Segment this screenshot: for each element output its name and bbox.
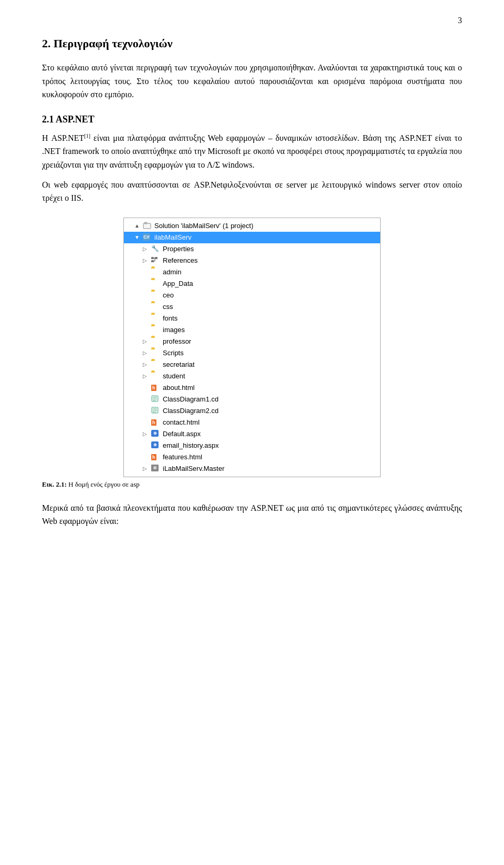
svg-rect-4 [151,260,154,262]
emailhistory-aspx-icon: ⊕ [151,441,161,450]
tree-row-contact[interactable]: h contact.html [124,417,380,428]
references-icon [151,256,161,265]
tree-row-properties[interactable]: ▷ 🔧 Properties [124,243,380,255]
fonts-label: fonts [163,314,177,322]
solution-arrow: ▲ [134,223,143,229]
vs-tree-wrapper: ▲ Solution 'ilabMailServ' (1 project) ▼ [123,218,381,477]
project-arrow: ▼ [134,234,143,240]
emailhistory-label: email_history.aspx [163,441,219,449]
tree-row-classdiagram1[interactable]: ClassDiagram1.cd [124,394,380,405]
tree-row-appdata[interactable]: App_Data [124,278,380,290]
properties-arrow: ▷ [143,246,151,252]
figure-caption-text: Η δομή ενός έργου σε asp [67,480,140,488]
about-label: about.html [163,384,195,392]
fonts-folder-icon [151,314,161,323]
ceo-folder-icon [151,291,161,300]
css-label: css [163,303,173,311]
page-number: 3 [458,16,462,25]
properties-label: Properties [163,245,194,253]
vs-tree: ▲ Solution 'ilabMailServ' (1 project) ▼ [123,218,381,477]
student-arrow: ▷ [143,373,151,379]
tree-row-solution: ▲ Solution 'ilabMailServ' (1 project) [124,220,380,232]
classdiagram1-label: ClassDiagram1.cd [163,395,218,403]
admin-label: admin [163,268,181,276]
professor-label: professor [163,337,191,345]
default-label: Default.aspx [163,430,201,438]
default-aspx-icon: ⊕ [151,430,161,438]
tree-row-admin[interactable]: admin [124,266,380,278]
project-icon: C# [143,233,152,242]
appdata-folder-icon [151,280,161,288]
css-folder-icon [151,303,161,311]
student-folder-icon [151,372,161,380]
secretariat-label: secretariat [163,361,195,368]
tree-row-student[interactable]: ▷ student [124,370,380,382]
closing-paragraph: Μερικά από τα βασικά πλεονεκτήματα που κ… [42,501,462,528]
tree-row-references[interactable]: ▷ References [124,255,380,266]
appdata-label: App_Data [163,280,193,287]
tree-row-images[interactable]: images [124,324,380,336]
scripts-label: Scripts [163,349,184,357]
solution-icon [143,222,152,230]
secretariat-arrow: ▷ [143,362,151,367]
scripts-folder-icon [151,349,161,357]
student-label: student [163,372,185,380]
ceo-label: ceo [163,291,174,299]
images-label: images [163,326,185,334]
tree-row-scripts[interactable]: ▷ Scripts [124,347,380,359]
subsection-title: 2.1 ASP.NET [42,114,462,125]
figure-caption: Εικ. 2.1: Η δομή ενός έργου σε asp [42,480,140,489]
svg-rect-0 [143,223,151,229]
tree-row-features[interactable]: h features.html [124,451,380,463]
svg-rect-3 [155,257,158,259]
tree-row-default[interactable]: ▷ ⊕ Default.aspx [124,428,380,440]
scripts-arrow: ▷ [143,350,151,356]
professor-arrow: ▷ [143,338,151,344]
svg-rect-1 [144,222,147,224]
tree-row-fonts[interactable]: fonts [124,313,380,324]
aspnet-paragraph-2: Οι web εφαρμογές που αναπτύσσονται σε AS… [42,178,462,205]
figure-caption-bold: Εικ. 2.1: [42,480,67,488]
solution-label: Solution 'ilabMailServ' (1 project) [154,222,254,230]
tree-row-classdiagram2[interactable]: ClassDiagram2.cd [124,405,380,417]
svg-rect-2 [151,257,154,259]
section-title: 2. Περιγραφή τεχνολογιών [42,37,462,50]
master-icon: ▦ [151,465,161,473]
features-label: features.html [163,453,202,461]
cd2-icon [151,407,161,415]
features-html-icon: h [151,453,161,461]
contact-label: contact.html [163,418,200,426]
admin-folder-icon [151,268,161,276]
master-label: iLabMailServ.Master [163,465,225,472]
figure-container: ▲ Solution 'ilabMailServ' (1 project) ▼ [42,218,462,489]
secretariat-folder-icon [151,361,161,369]
properties-icon: 🔧 [151,245,161,253]
master-arrow: ▷ [143,466,151,471]
about-html-icon: h [151,384,161,392]
tree-row-ceo[interactable]: ceo [124,290,380,301]
images-folder-icon [151,326,161,334]
tree-row-project[interactable]: ▼ C# ilabMailServ [124,232,380,243]
default-arrow: ▷ [143,431,151,437]
cd1-icon [151,395,161,404]
tree-row-master[interactable]: ▷ ▦ iLabMailServ.Master [124,463,380,475]
tree-row-css[interactable]: css [124,301,380,313]
intro-paragraph: Στο κεφάλαιο αυτό γίνεται περιγραφή των … [42,61,462,101]
contact-html-icon: h [151,418,161,427]
aspnet-paragraph-1: Η ASP.NET[1] είναι μια πλατφόρμα ανάπτυξ… [42,131,462,172]
tree-row-secretariat[interactable]: ▷ secretariat [124,359,380,370]
tree-row-about[interactable]: h about.html [124,382,380,394]
references-label: References [163,256,197,264]
references-arrow: ▷ [143,258,151,263]
tree-row-professor[interactable]: ▷ professor [124,336,380,347]
tree-row-emailhistory[interactable]: ⊕ email_history.aspx [124,440,380,451]
professor-folder-icon [151,337,161,346]
page: 3 2. Περιγραφή τεχνολογιών Στο κεφάλαιο … [0,0,504,865]
classdiagram2-label: ClassDiagram2.cd [163,407,218,415]
project-label: ilabMailServ [154,233,192,241]
